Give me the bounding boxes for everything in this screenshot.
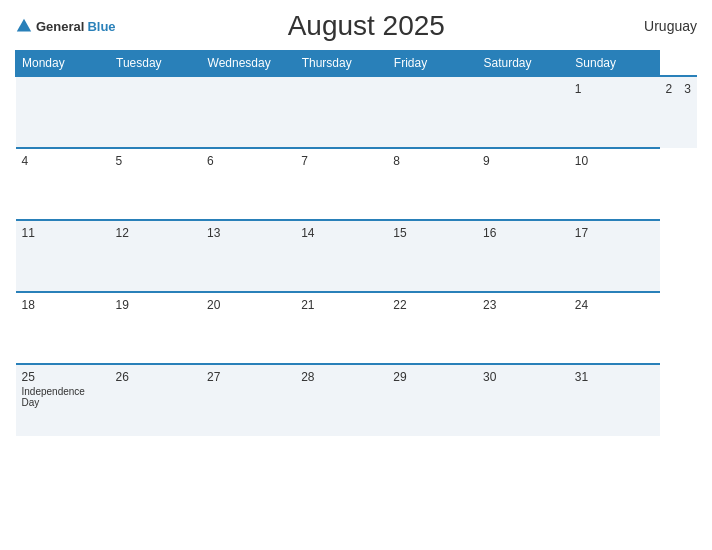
calendar-week-row: 25Independence Day262728293031 (16, 364, 698, 436)
calendar-cell (387, 76, 477, 148)
calendar-cell: 13 (201, 220, 295, 292)
day-number: 8 (393, 154, 471, 168)
calendar-cell: 11 (16, 220, 110, 292)
calendar-cell: 21 (295, 292, 387, 364)
day-number: 10 (575, 154, 654, 168)
calendar-week-row: 11121314151617 (16, 220, 698, 292)
header: General Blue August 2025 Uruguay (15, 10, 697, 42)
calendar-cell: 25Independence Day (16, 364, 110, 436)
day-number: 29 (393, 370, 471, 384)
calendar-cell: 30 (477, 364, 569, 436)
day-number: 5 (116, 154, 195, 168)
svg-marker-0 (17, 19, 31, 32)
calendar-week-row: 123 (16, 76, 698, 148)
day-number: 1 (575, 82, 654, 96)
calendar-cell-empty (16, 76, 110, 148)
weekday-friday: Friday (387, 51, 477, 77)
day-number: 14 (301, 226, 381, 240)
calendar-cell: 8 (387, 148, 477, 220)
day-number: 16 (483, 226, 563, 240)
day-number: 9 (483, 154, 563, 168)
logo-blue-text: Blue (87, 19, 115, 34)
day-number: 30 (483, 370, 563, 384)
day-number: 21 (301, 298, 381, 312)
calendar-cell: 9 (477, 148, 569, 220)
logo-general-text: General (36, 19, 84, 34)
calendar-cell-empty (201, 76, 295, 148)
day-number: 20 (207, 298, 289, 312)
calendar-header: Monday Tuesday Wednesday Thursday Friday… (16, 51, 698, 77)
calendar-cell: 7 (295, 148, 387, 220)
calendar-cell: 19 (110, 292, 201, 364)
calendar-cell: 16 (477, 220, 569, 292)
calendar-body: 1234567891011121314151617181920212223242… (16, 76, 698, 436)
calendar-title: August 2025 (116, 10, 617, 42)
calendar-cell: 22 (387, 292, 477, 364)
calendar-cell: 27 (201, 364, 295, 436)
calendar-cell (477, 76, 569, 148)
calendar-cell: 14 (295, 220, 387, 292)
day-number: 24 (575, 298, 654, 312)
event-label: Independence Day (22, 386, 104, 408)
day-number: 6 (207, 154, 289, 168)
weekday-row: Monday Tuesday Wednesday Thursday Friday… (16, 51, 698, 77)
day-number: 26 (116, 370, 195, 384)
calendar-cell: 5 (110, 148, 201, 220)
logo: General Blue (15, 17, 116, 35)
day-number: 31 (575, 370, 654, 384)
calendar-cell: 12 (110, 220, 201, 292)
calendar-cell: 17 (569, 220, 660, 292)
day-number: 27 (207, 370, 289, 384)
weekday-wednesday: Wednesday (201, 51, 295, 77)
day-number: 23 (483, 298, 563, 312)
calendar-cell (295, 76, 387, 148)
day-number: 25 (22, 370, 104, 384)
day-number: 11 (22, 226, 104, 240)
day-number: 2 (666, 82, 673, 96)
weekday-saturday: Saturday (477, 51, 569, 77)
weekday-monday: Monday (16, 51, 110, 77)
day-number: 22 (393, 298, 471, 312)
calendar-cell: 29 (387, 364, 477, 436)
calendar-cell-empty (110, 76, 201, 148)
calendar-cell: 10 (569, 148, 660, 220)
weekday-thursday: Thursday (295, 51, 387, 77)
day-number: 7 (301, 154, 381, 168)
calendar-cell: 15 (387, 220, 477, 292)
calendar-week-row: 45678910 (16, 148, 698, 220)
logo-icon (15, 17, 33, 35)
calendar-cell: 31 (569, 364, 660, 436)
day-number: 4 (22, 154, 104, 168)
day-number: 17 (575, 226, 654, 240)
calendar-cell: 3 (678, 76, 697, 148)
day-number: 13 (207, 226, 289, 240)
calendar-page: General Blue August 2025 Uruguay Monday … (0, 0, 712, 550)
weekday-tuesday: Tuesday (110, 51, 201, 77)
day-number: 28 (301, 370, 381, 384)
day-number: 15 (393, 226, 471, 240)
calendar-cell: 23 (477, 292, 569, 364)
calendar-cell: 24 (569, 292, 660, 364)
calendar-week-row: 18192021222324 (16, 292, 698, 364)
day-number: 12 (116, 226, 195, 240)
calendar-cell: 4 (16, 148, 110, 220)
calendar-cell: 26 (110, 364, 201, 436)
calendar-cell: 18 (16, 292, 110, 364)
calendar-cell: 1 (569, 76, 660, 148)
calendar-cell: 2 (660, 76, 679, 148)
weekday-sunday: Sunday (569, 51, 660, 77)
calendar-cell: 6 (201, 148, 295, 220)
calendar-cell: 20 (201, 292, 295, 364)
day-number: 3 (684, 82, 691, 96)
country-label: Uruguay (617, 18, 697, 34)
calendar-table: Monday Tuesday Wednesday Thursday Friday… (15, 50, 697, 436)
calendar-cell: 28 (295, 364, 387, 436)
day-number: 19 (116, 298, 195, 312)
day-number: 18 (22, 298, 104, 312)
